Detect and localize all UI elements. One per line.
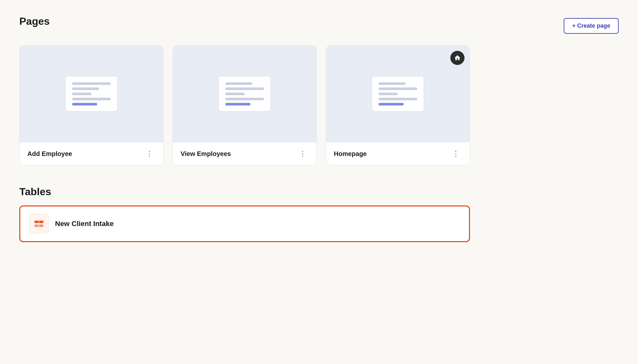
- doc-preview: [219, 77, 270, 111]
- doc-line: [225, 98, 264, 100]
- page-more-button[interactable]: ⋮: [143, 149, 155, 159]
- page-card-view-employees[interactable]: View Employees ⋮: [173, 45, 317, 165]
- page-more-button[interactable]: ⋮: [450, 149, 462, 159]
- doc-preview: [66, 77, 117, 111]
- page-card-name: View Employees: [181, 150, 231, 158]
- page-card-homepage[interactable]: Homepage ⋮: [326, 45, 470, 165]
- doc-preview: [372, 77, 424, 111]
- page-card-preview: [20, 46, 163, 142]
- doc-line: [225, 82, 252, 85]
- page-card-footer: Homepage ⋮: [326, 142, 470, 165]
- pages-grid: Add Employee ⋮ View Employees ⋮: [19, 45, 470, 165]
- doc-line: [72, 87, 99, 90]
- doc-line-accent: [72, 103, 97, 105]
- page-card-name: Homepage: [334, 150, 367, 158]
- doc-line: [225, 87, 264, 90]
- doc-line: [225, 93, 245, 95]
- doc-line-accent: [225, 103, 250, 105]
- doc-line: [72, 98, 111, 100]
- doc-line: [379, 98, 417, 100]
- page-card-preview: [173, 46, 316, 142]
- pages-title: Pages: [19, 15, 50, 27]
- pages-header: Pages + Create page: [19, 15, 619, 36]
- doc-line: [379, 82, 406, 85]
- page-card-footer: View Employees ⋮: [173, 142, 316, 165]
- doc-line: [379, 93, 398, 95]
- page-more-button[interactable]: ⋮: [296, 149, 309, 159]
- create-page-button[interactable]: + Create page: [564, 18, 619, 34]
- table-icon-wrapper: [29, 214, 49, 233]
- table-name: New Client Intake: [55, 220, 114, 228]
- page-card-preview: [326, 46, 470, 142]
- doc-line: [379, 87, 417, 90]
- page-card-add-employee[interactable]: Add Employee ⋮: [19, 45, 164, 165]
- home-icon: [454, 54, 461, 61]
- doc-line: [72, 93, 91, 95]
- tables-title: Tables: [19, 186, 470, 198]
- doc-line: [72, 82, 111, 85]
- table-icon: [33, 218, 45, 230]
- page-card-name: Add Employee: [27, 150, 72, 158]
- tables-section: Tables New Client Intake: [19, 186, 470, 242]
- home-badge: [450, 51, 464, 65]
- page-card-footer: Add Employee ⋮: [20, 142, 163, 165]
- table-item-new-client-intake[interactable]: New Client Intake: [19, 205, 470, 242]
- doc-line-accent: [379, 103, 404, 105]
